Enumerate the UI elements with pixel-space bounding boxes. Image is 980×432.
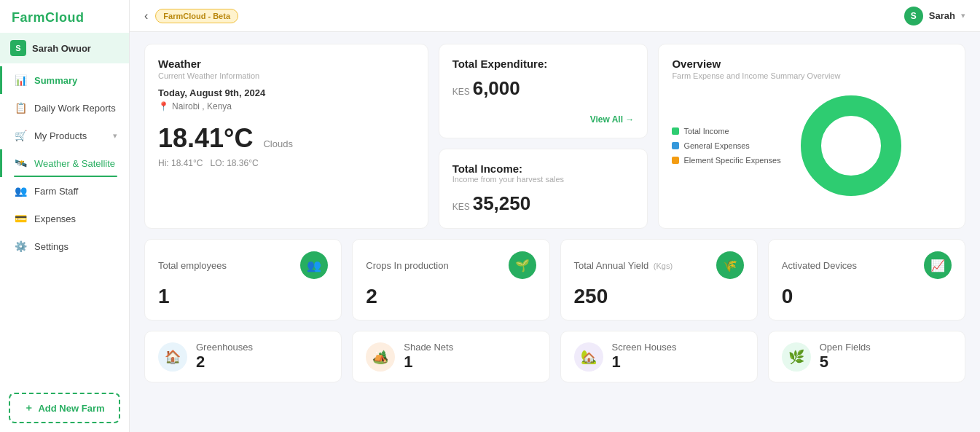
user-avatar-sidebar: S: [10, 40, 26, 56]
weather-hilo: Hi: 18.41°C LO: 18.36°C: [158, 158, 415, 168]
weather-satellite-icon: 🛰️: [14, 157, 27, 169]
stat-card-employees: Total employees 👥 1: [144, 239, 342, 321]
weather-subtitle: Current Weather Information: [158, 71, 415, 80]
overview-subtitle: Farm Expense and Income Summary Overview: [672, 71, 952, 80]
facility-name-greenhouses: Greenhouses: [196, 342, 253, 353]
stat-value-devices: 0: [782, 285, 952, 308]
open-fields-icon: 🌿: [782, 342, 811, 372]
topbar-right: S Sarah ▾: [904, 7, 965, 25]
collapse-sidebar-button[interactable]: ‹: [144, 9, 148, 23]
income-amount: 35,250: [473, 192, 531, 215]
facility-name-shade: Shade Nets: [404, 342, 453, 353]
facility-info-screen: Screen Houses 1: [612, 342, 677, 372]
facility-open-fields: 🌿 Open Fields 5: [768, 331, 965, 382]
sidebar-item-label: Weather & Satellite: [34, 158, 115, 169]
sidebar-item-label: Expenses: [34, 213, 76, 224]
sidebar-item-label: My Products: [34, 130, 87, 141]
weather-temperature: 18.41°C: [158, 123, 253, 154]
facility-info-open: Open Fields 5: [820, 342, 871, 372]
stat-header-employees: Total employees 👥: [158, 251, 328, 279]
weather-location: 📍 Nairobi , Kenya: [158, 101, 415, 111]
stat-header-devices: Activated Devices 📈: [782, 251, 952, 279]
expenditure-currency: KES: [452, 87, 470, 97]
sidebar-nav: 📊 Summary 📋 Daily Work Reports 🛒 My Prod…: [0, 63, 129, 384]
weather-date: Today, August 9th, 2024: [158, 87, 415, 98]
location-pin-icon: 📍: [158, 101, 169, 111]
income-currency: KES: [452, 202, 470, 212]
sidebar-item-products[interactable]: 🛒 My Products ▾: [0, 122, 129, 149]
user-avatar: S: [904, 7, 923, 25]
expenditure-title: Total Expenditure:: [452, 58, 635, 70]
income-card: Total Income: Income from your harvest s…: [439, 149, 648, 229]
expenses-icon: 💳: [14, 213, 27, 224]
facility-name-screen: Screen Houses: [612, 342, 677, 353]
sidebar-item-settings[interactable]: ⚙️ Settings: [0, 232, 129, 260]
stat-title-crops: Crops In production: [366, 260, 448, 271]
summary-icon: 📊: [14, 74, 27, 86]
weather-title: Weather: [158, 58, 415, 70]
app-logo: FarmCloud: [0, 0, 129, 33]
facility-info-shade: Shade Nets 1: [404, 342, 453, 372]
stat-title-devices: Activated Devices: [782, 260, 857, 271]
stat-card-crops: Crops In production 🌱 2: [352, 239, 549, 321]
stat-header-yield: Total Annual Yield (Kgs) 🌾: [574, 251, 744, 279]
sidebar-user[interactable]: S Sarah Owuor: [0, 33, 129, 63]
chart-legend: Total Income General Expenses Element Sp…: [672, 127, 780, 165]
farm-staff-icon: 👥: [14, 185, 27, 197]
greenhouse-icon: 🏠: [158, 342, 187, 372]
chevron-icon: ▾: [113, 131, 117, 141]
add-farm-button[interactable]: ＋ Add New Farm: [9, 393, 120, 423]
facility-screen-houses: 🏡 Screen Houses 1: [560, 331, 758, 382]
weather-description: Clouds: [263, 138, 292, 149]
legend-label-expenses: General Expenses: [683, 141, 750, 150]
legend-element-expenses: Element Specific Expenses: [672, 156, 780, 165]
stat-value-yield: 250: [574, 285, 744, 308]
stat-value-crops: 2: [366, 285, 536, 308]
legend-label-income: Total Income: [683, 127, 729, 136]
stat-title-employees: Total employees: [158, 260, 227, 271]
facility-shade-nets: 🏕️ Shade Nets 1: [352, 331, 549, 382]
stat-card-devices: Activated Devices 📈 0: [768, 239, 965, 321]
stat-icon-yield: 🌾: [716, 251, 744, 279]
expenditure-amount: 6,000: [473, 77, 520, 100]
sidebar-item-expenses[interactable]: 💳 Expenses: [0, 205, 129, 232]
stats-row: Total employees 👥 1 Crops In production …: [144, 239, 965, 321]
facility-count-greenhouses: 2: [196, 353, 253, 372]
beta-badge: FarmCloud - Beta: [155, 9, 238, 23]
sidebar-item-farm-staff[interactable]: 👥 Farm Staff: [0, 177, 129, 205]
sidebar-item-weather-satellite[interactable]: 🛰️ Weather & Satellite: [0, 149, 129, 177]
overview-title: Overview: [672, 58, 952, 70]
sidebar-item-summary[interactable]: 📊 Summary: [0, 66, 129, 94]
top-cards-row: Weather Current Weather Information Toda…: [144, 44, 965, 229]
user-dropdown-icon[interactable]: ▾: [961, 11, 965, 20]
overview-card: Overview Farm Expense and Income Summary…: [658, 44, 965, 229]
svg-point-3: [822, 117, 880, 175]
view-all-link[interactable]: View All →: [452, 114, 635, 125]
expenditure-income-column: Total Expenditure: KES 6,000 View All → …: [439, 44, 648, 229]
sidebar-item-label: Daily Work Reports: [34, 103, 116, 114]
stat-value-employees: 1: [158, 285, 328, 308]
overview-content: Total Income General Expenses Element Sp…: [672, 87, 952, 204]
stat-icon-devices: 📈: [924, 251, 952, 279]
stat-card-yield: Total Annual Yield (Kgs) 🌾 250: [560, 239, 758, 321]
sidebar-item-label: Summary: [34, 75, 77, 86]
donut-chart: [793, 87, 909, 204]
plus-icon: ＋: [24, 401, 34, 415]
legend-label-element: Element Specific Expenses: [683, 156, 780, 165]
screen-houses-icon: 🏡: [574, 342, 603, 372]
income-title: Total Income:: [452, 162, 635, 175]
facility-count-open: 5: [820, 353, 871, 372]
sidebar-item-daily-work-reports[interactable]: 📋 Daily Work Reports: [0, 94, 129, 122]
add-farm-label: Add New Farm: [38, 403, 104, 414]
legend-dot-income: [672, 127, 679, 135]
income-subtitle: Income from your harvest sales: [452, 175, 635, 184]
sidebar-username: Sarah Owuor: [32, 43, 91, 54]
daily-reports-icon: 📋: [14, 102, 27, 114]
legend-dot-element: [672, 157, 679, 164]
topbar-left: ‹ FarmCloud - Beta: [144, 9, 238, 23]
facility-count-screen: 1: [612, 353, 677, 372]
topbar: ‹ FarmCloud - Beta S Sarah ▾: [130, 0, 980, 32]
facilities-row: 🏠 Greenhouses 2 🏕️ Shade Nets 1 🏡 Screen…: [144, 331, 965, 382]
stat-icon-employees: 👥: [300, 251, 328, 279]
expenditure-card: Total Expenditure: KES 6,000 View All →: [439, 44, 648, 138]
